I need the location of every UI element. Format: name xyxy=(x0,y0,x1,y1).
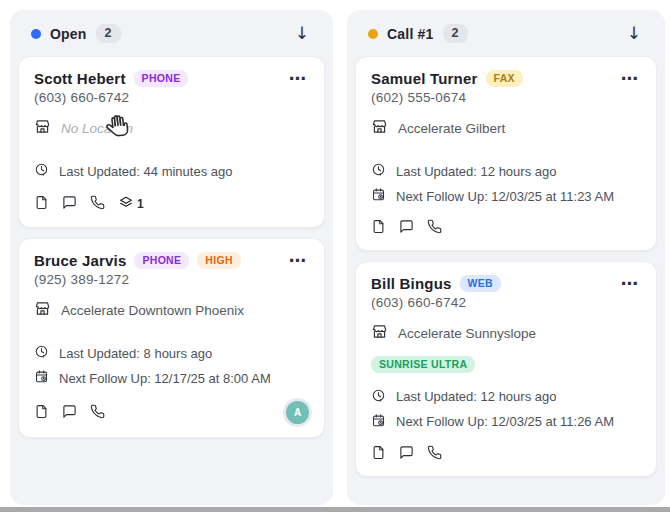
phone-icon xyxy=(427,445,442,463)
next-follow-up-text: Next Follow Up: 12/17/25 at 8:00 AM xyxy=(59,371,271,386)
phone-icon xyxy=(427,219,442,237)
kanban-board: Open 2 ↓ Scott Hebert PHONE ⋯ (603) 660-… xyxy=(10,10,665,505)
contact-card-scott-hebert[interactable]: Scott Hebert PHONE ⋯ (603) 660-6742 No L… xyxy=(18,56,325,228)
chat-icon xyxy=(62,404,77,422)
calendar-clock-icon xyxy=(371,413,386,431)
contact-card-samuel-turner[interactable]: Samuel Turner FAX ⋯ (602) 555-0674 Accel… xyxy=(355,56,657,251)
message-button[interactable] xyxy=(399,445,414,463)
last-updated-text: Last Updated: 12 hours ago xyxy=(396,389,556,404)
last-updated-row: Last Updated: 12 hours ago xyxy=(371,388,641,406)
collapse-column-icon[interactable]: ↓ xyxy=(291,23,313,44)
stack-counter[interactable]: 1 xyxy=(118,194,144,214)
notes-button[interactable] xyxy=(34,195,49,213)
chat-icon xyxy=(399,219,414,237)
last-updated-row: Last Updated: 12 hours ago xyxy=(371,162,641,180)
location-text: Accelerate Gilbert xyxy=(398,121,505,136)
collapse-column-icon[interactable]: ↓ xyxy=(623,23,645,44)
next-follow-up-text: Next Follow Up: 12/03/25 at 11:26 AM xyxy=(396,414,614,429)
message-button[interactable] xyxy=(62,195,77,213)
contact-phone: (602) 555-0674 xyxy=(371,90,641,105)
contact-phone: (925) 389-1272 xyxy=(34,272,309,287)
card-menu-button[interactable]: ⋯ xyxy=(287,72,309,85)
notes-button[interactable] xyxy=(371,219,386,237)
contact-name: Bill Bingus xyxy=(371,275,452,292)
last-updated-text: Last Updated: 44 minutes ago xyxy=(59,164,232,179)
location-text: No Location xyxy=(61,121,133,136)
contact-name: Samuel Turner xyxy=(371,70,478,87)
location-row[interactable]: Accelerate Downtown Phoenix xyxy=(34,300,309,320)
notes-button[interactable] xyxy=(371,445,386,463)
product-badge: SUNRISE ULTRA xyxy=(371,356,475,373)
contact-card-bill-bingus[interactable]: Bill Bingus WEB ⋯ (603) 660-6742 Acceler… xyxy=(355,261,657,477)
calendar-clock-icon xyxy=(371,187,386,205)
location-row[interactable]: Accelerate Gilbert xyxy=(371,118,641,138)
message-button[interactable] xyxy=(62,404,77,422)
file-icon xyxy=(34,404,49,422)
storefront-icon xyxy=(371,118,388,138)
location-row[interactable]: No Location xyxy=(34,118,309,138)
storefront-icon xyxy=(34,118,51,138)
phone-icon xyxy=(90,404,105,422)
assignee-avatar[interactable]: A xyxy=(286,401,309,424)
notes-button[interactable] xyxy=(34,404,49,422)
column-call-1: Call #1 2 ↓ Samuel Turner FAX ⋯ (602) 55… xyxy=(347,10,665,505)
next-follow-up-row: Next Follow Up: 12/03/25 at 11:23 AM xyxy=(371,187,641,205)
contact-phone: (603) 660-6742 xyxy=(371,295,641,310)
column-open: Open 2 ↓ Scott Hebert PHONE ⋯ (603) 660-… xyxy=(10,10,333,505)
card-menu-button[interactable]: ⋯ xyxy=(287,254,309,267)
stack-icon xyxy=(118,194,134,214)
channel-badge: PHONE xyxy=(134,252,189,269)
call-button[interactable] xyxy=(427,445,442,463)
column-count-badge: 2 xyxy=(96,24,121,43)
column-count-badge: 2 xyxy=(443,24,468,43)
card-menu-button[interactable]: ⋯ xyxy=(619,277,641,290)
location-text: Accelerate Downtown Phoenix xyxy=(61,303,244,318)
call-button[interactable] xyxy=(90,195,105,213)
stack-count: 1 xyxy=(137,197,144,211)
channel-badge: WEB xyxy=(460,275,501,292)
file-icon xyxy=(371,219,386,237)
column-call-1-header: Call #1 2 ↓ xyxy=(347,10,665,54)
column-status-dot xyxy=(368,29,378,39)
file-icon xyxy=(371,445,386,463)
chat-icon xyxy=(399,445,414,463)
message-button[interactable] xyxy=(399,219,414,237)
column-status-dot xyxy=(31,29,41,39)
next-follow-up-row: Next Follow Up: 12/17/25 at 8:00 AM xyxy=(34,369,309,387)
channel-badge: PHONE xyxy=(134,70,189,87)
contact-name: Bruce Jarvis xyxy=(34,252,126,269)
last-updated-text: Last Updated: 8 hours ago xyxy=(59,346,212,361)
file-icon xyxy=(34,195,49,213)
column-open-cards: Scott Hebert PHONE ⋯ (603) 660-6742 No L… xyxy=(10,54,333,446)
priority-badge: HIGH xyxy=(197,252,240,269)
last-updated-row: Last Updated: 8 hours ago xyxy=(34,344,309,362)
contact-card-bruce-jarvis[interactable]: Bruce Jarvis PHONE HIGH ⋯ (925) 389-1272… xyxy=(18,238,325,438)
location-row[interactable]: Accelerate Sunnyslope xyxy=(371,323,641,343)
card-menu-button[interactable]: ⋯ xyxy=(619,72,641,85)
location-text: Accelerate Sunnyslope xyxy=(398,326,536,341)
next-follow-up-text: Next Follow Up: 12/03/25 at 11:23 AM xyxy=(396,189,614,204)
call-button[interactable] xyxy=(90,404,105,422)
clock-icon xyxy=(371,388,386,406)
column-call-1-cards: Samuel Turner FAX ⋯ (602) 555-0674 Accel… xyxy=(347,54,665,485)
column-title: Open xyxy=(50,26,87,42)
phone-icon xyxy=(90,195,105,213)
column-open-header: Open 2 ↓ xyxy=(10,10,333,54)
contact-name: Scott Hebert xyxy=(34,70,126,87)
next-follow-up-row: Next Follow Up: 12/03/25 at 11:26 AM xyxy=(371,413,641,431)
call-button[interactable] xyxy=(427,219,442,237)
last-updated-text: Last Updated: 12 hours ago xyxy=(396,164,556,179)
column-title: Call #1 xyxy=(387,26,434,42)
clock-icon xyxy=(371,162,386,180)
storefront-icon xyxy=(34,300,51,320)
chat-icon xyxy=(62,195,77,213)
last-updated-row: Last Updated: 44 minutes ago xyxy=(34,162,309,180)
channel-badge: FAX xyxy=(486,70,523,87)
contact-phone: (603) 660-6742 xyxy=(34,90,309,105)
storefront-icon xyxy=(371,323,388,343)
calendar-clock-icon xyxy=(34,369,49,387)
clock-icon xyxy=(34,162,49,180)
horizontal-scrollbar[interactable] xyxy=(0,507,670,512)
clock-icon xyxy=(34,344,49,362)
